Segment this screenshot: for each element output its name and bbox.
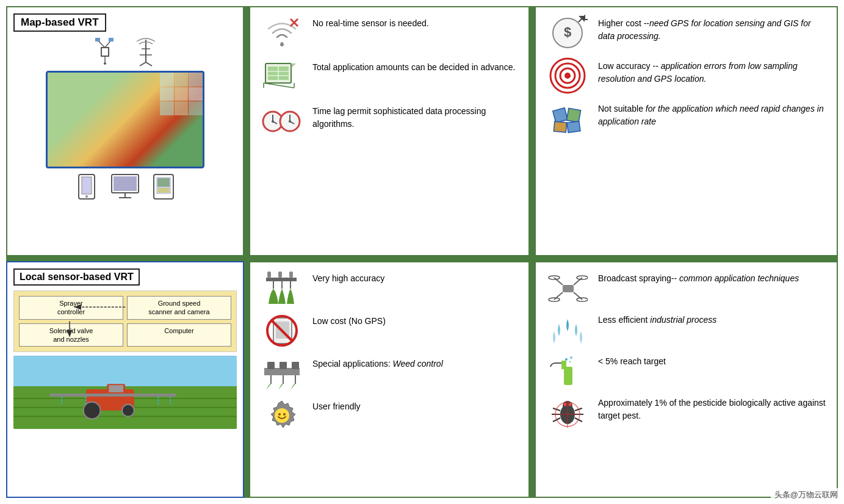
svg-rect-103 (561, 361, 566, 369)
monitor-icon (110, 173, 140, 200)
svg-line-8 (140, 62, 146, 66)
svg-marker-31 (291, 63, 296, 68)
local-sensor-pros-panel: Very high accuracy Low cost (No GPS) (249, 261, 530, 498)
field-map-icon (546, 100, 590, 137)
local-pros-item-2: Low cost (No GPS) (260, 312, 519, 349)
map-vrt-title: Map-based VRT (13, 13, 106, 32)
svg-line-33 (264, 83, 294, 88)
spray-bottle-icon (546, 353, 590, 389)
local-pros-text-3: Special applications: Weed control (312, 355, 443, 370)
svg-point-14 (85, 195, 88, 198)
cons-item-3: Not suitable for the application which n… (546, 100, 827, 137)
svg-point-6 (104, 62, 106, 65)
svg-rect-16 (114, 176, 137, 191)
svg-rect-53 (554, 121, 566, 132)
local-pros-item-1: Very high accuracy (260, 270, 519, 306)
vertical-divider-2 (530, 6, 535, 256)
svg-rect-102 (564, 367, 572, 385)
svg-rect-67 (49, 394, 176, 397)
cons-text-1: Higher cost --need GPS for location sens… (598, 15, 827, 43)
svg-rect-86 (292, 362, 299, 369)
local-cons-text-2: Less efficient industrial process (598, 311, 716, 326)
svg-point-90 (275, 408, 289, 423)
svg-rect-21 (157, 178, 170, 187)
local-cons-item-4: Approximately 1% of the pesticide biolog… (546, 394, 827, 431)
local-vrt-title: Local sensor-based VRT (13, 268, 140, 286)
svg-point-92 (283, 413, 286, 416)
svg-rect-57 (13, 356, 237, 386)
pros-item-1: No real-time sensor is needed. (260, 15, 519, 51)
low-accuracy-icon (546, 57, 590, 94)
svg-rect-4 (109, 38, 114, 41)
local-cons-text-1: Broadcast spraying-- common application … (598, 270, 799, 285)
svg-line-9 (146, 62, 152, 66)
high-accuracy-icon (260, 270, 304, 306)
map-grid (160, 73, 203, 115)
svg-rect-0 (101, 48, 109, 56)
map-vrt-cons-panel: $ Higher cost --need GPS for location se… (535, 6, 838, 256)
svg-point-63 (84, 402, 101, 419)
svg-point-106 (570, 356, 572, 359)
pros-text-2: Total application amounts can be decided… (312, 59, 515, 74)
svg-rect-72 (267, 272, 271, 278)
satellite-icons (89, 37, 161, 67)
tablet-icon (153, 173, 175, 200)
svg-rect-85 (280, 362, 287, 369)
drone-icon (546, 270, 590, 306)
local-cons-item-2: Less efficient industrial process (546, 311, 827, 348)
horizontal-divider (6, 256, 838, 261)
svg-point-110 (563, 403, 566, 406)
cost-icon: $ (546, 15, 590, 51)
local-pros-item-4: User friendly (260, 398, 519, 434)
cons-item-1: $ Higher cost --need GPS for location se… (546, 15, 827, 51)
vertical-divider-1 (244, 6, 249, 256)
vertical-divider-4 (530, 261, 535, 498)
svg-rect-93 (563, 285, 574, 292)
satellite-icon-1 (89, 37, 120, 67)
local-pros-text-2: Low cost (No GPS) (312, 312, 386, 328)
local-sensor-panel: Local sensor-based VRT Sprayercontroller… (6, 261, 244, 498)
svg-text:$: $ (563, 24, 571, 40)
diagram-grid: Sprayercontroller Ground speedscanner an… (19, 296, 231, 347)
svg-point-107 (569, 361, 571, 362)
pros-text-1: No real-time sensor is needed. (312, 15, 429, 30)
local-pros-text-1: Very high accuracy (312, 270, 384, 285)
svg-rect-75 (266, 278, 297, 281)
sensor-icon (260, 15, 304, 51)
antenna-icon (131, 37, 161, 67)
local-sensor-cons-panel: Broadcast spraying-- common application … (535, 261, 838, 498)
svg-rect-51 (552, 108, 567, 123)
svg-point-43 (289, 120, 291, 123)
no-gps-icon (260, 312, 304, 349)
local-cons-item-3: < 5% reach target (546, 353, 827, 389)
svg-point-39 (272, 120, 274, 123)
weed-control-icon (260, 355, 304, 392)
svg-point-23 (280, 43, 284, 46)
svg-rect-84 (267, 362, 275, 369)
svg-rect-73 (278, 272, 282, 278)
map-plan-icon (260, 59, 304, 95)
svg-point-105 (565, 358, 568, 361)
sprayer-controller-cell: Sprayercontroller (19, 296, 123, 320)
map-display (46, 71, 204, 168)
spray-water-icon (546, 311, 590, 348)
svg-rect-54 (566, 121, 580, 133)
system-diagram: Sprayercontroller Ground speedscanner an… (13, 290, 237, 352)
svg-point-64 (122, 405, 134, 417)
cons-text-3: Not suitable for the application which n… (598, 100, 827, 128)
solenoid-cell: Solenoid valveand nozzles (19, 323, 123, 347)
device-icons (76, 173, 175, 200)
svg-rect-66 (109, 385, 123, 392)
user-friendly-icon (260, 398, 304, 434)
phone-icon (76, 173, 98, 200)
svg-point-91 (278, 413, 281, 416)
farm-illustration (13, 356, 237, 429)
map-vrt-panel: Map-based VRT (6, 6, 244, 256)
svg-rect-22 (157, 188, 170, 193)
pros-item-3: Time lag permit sophisticated data proce… (260, 103, 519, 139)
svg-point-111 (568, 403, 571, 406)
pros-item-2: Total application amounts can be decided… (260, 59, 519, 95)
svg-rect-74 (289, 272, 293, 278)
local-cons-text-3: < 5% reach target (598, 353, 666, 368)
svg-point-50 (564, 73, 571, 79)
